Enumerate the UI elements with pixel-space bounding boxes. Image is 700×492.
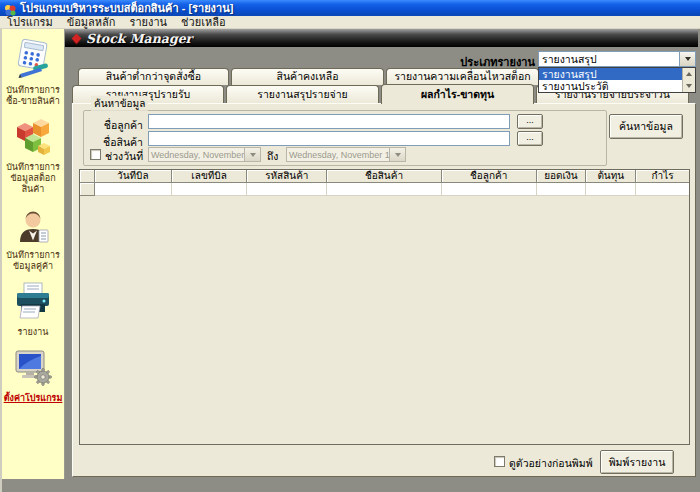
sidebar-label: ซื้อ-ขายสินค้า <box>6 96 60 106</box>
product-browse-button[interactable]: ... <box>517 131 543 146</box>
column-header-bill-date[interactable]: วันที่บิล <box>95 170 172 183</box>
tab-expense-summary[interactable]: รายงานสรุปรายจ่าย <box>226 85 379 103</box>
print-preview-label: ดูตัวอย่างก่อนพิมพ์ <box>509 455 599 472</box>
profit-loss-tab-panel: ค้นหาข้อมูล ชื่อลูกค้า ... ชื่อสินค้า ..… <box>72 103 696 477</box>
report-type-dropdown-list: รายงานสรุป รายงานประวัติ <box>538 67 696 93</box>
sidebar-item-stock-data[interactable]: บันทึกรายการ ข้อมูลสต็อกสินค้า <box>2 116 64 195</box>
person-icon <box>13 204 53 248</box>
search-group-title: ค้นหาข้อมูล <box>91 96 148 111</box>
date-from-value: Wednesday, November 10, 2 <box>149 150 244 160</box>
dropdown-option-history[interactable]: รายงานประวัติ <box>539 80 682 92</box>
brand-title: Stock Manager <box>86 31 192 46</box>
date-from-picker[interactable]: Wednesday, November 10, 2 <box>148 147 261 162</box>
sidebar-label: บันทึกรายการ <box>6 250 60 260</box>
combo-dropdown-button[interactable] <box>244 148 260 161</box>
product-name-input[interactable] <box>148 131 510 146</box>
column-header-cost[interactable]: ต้นทุน <box>586 170 636 183</box>
date-range-label: ช่วงวันที่ <box>105 148 149 165</box>
title-bar: โปรแกรมบริหารระบบสต็อกสินค้า - [รายงาน] <box>0 0 700 16</box>
date-range-checkbox[interactable] <box>90 149 101 160</box>
menu-report[interactable]: รายงาน <box>123 16 175 29</box>
sidebar: บันทึกรายการ ซื้อ-ขายสินค้า บันทึกรายการ… <box>2 29 65 479</box>
grid-empty-row[interactable] <box>80 183 689 196</box>
column-header-bill-no[interactable]: เลขที่บิล <box>172 170 248 183</box>
menu-master-data[interactable]: ข้อมูลหลัก <box>60 16 123 29</box>
sidebar-item-report[interactable]: รายงาน <box>13 281 53 338</box>
chevron-down-icon <box>395 153 401 160</box>
customer-name-input[interactable] <box>148 114 510 129</box>
customer-browse-button[interactable]: ... <box>517 114 543 129</box>
date-to-value: Wednesday, November 10, 2 <box>287 150 389 160</box>
results-grid: วันที่บิล เลขที่บิล รหัสสินค้า ชื่อสินค้… <box>79 169 690 445</box>
combo-dropdown-button[interactable] <box>389 148 405 161</box>
sidebar-label-active: ตั้งค่าโปรแกรม <box>4 393 63 403</box>
sidebar-label: บันทึกรายการ <box>6 162 60 172</box>
date-to-label: ถึง <box>267 148 283 165</box>
sidebar-item-settings[interactable]: ตั้งค่าโปรแกรม <box>4 347 63 404</box>
chevron-down-icon <box>685 57 691 64</box>
search-button[interactable]: ค้นหาข้อมูล <box>609 114 683 139</box>
calculator-receipt-icon <box>13 39 53 83</box>
app-window: โปรแกรมบริหารระบบสต็อกสินค้า - [รายงาน] … <box>0 0 700 492</box>
main-area: Stock Manager ประเภทรายงาน รายงานสรุป สิ… <box>65 29 698 492</box>
sidebar-item-partner-data[interactable]: บันทึกรายการ ข้อมูลคู่ค้า <box>6 204 60 272</box>
column-header-amount[interactable]: ยอดเงิน <box>537 170 587 183</box>
sidebar-label: ข้อมูลคู่ค้า <box>13 261 53 271</box>
brand-diamond-icon <box>72 33 82 43</box>
sidebar-label: ข้อมูลสต็อกสินค้า <box>10 173 55 194</box>
column-header-product-name[interactable]: ชื่อสินค้า <box>327 170 442 183</box>
column-header-product-code[interactable]: รหัสสินค้า <box>247 170 327 183</box>
sidebar-item-buy-sell[interactable]: บันทึกรายการ ซื้อ-ขายสินค้า <box>6 39 60 107</box>
grid-body <box>80 196 689 444</box>
report-type-combobox[interactable]: รายงานสรุป <box>538 51 696 67</box>
window-title: โปรแกรมบริหารระบบสต็อกสินค้า - [รายงาน] <box>20 0 233 17</box>
menu-program[interactable]: โปรแกรม <box>0 16 60 29</box>
combo-dropdown-button[interactable] <box>679 52 695 66</box>
print-preview-checkbox[interactable] <box>494 456 505 467</box>
tab-profit-loss[interactable]: ผลกำไร-ขาดทุน <box>381 84 534 104</box>
computer-gear-icon <box>13 347 53 391</box>
date-to-picker[interactable]: Wednesday, November 10, 2 <box>286 147 406 162</box>
scroll-down-icon <box>686 84 692 91</box>
dropdown-scrollbar[interactable] <box>682 68 695 92</box>
grid-header-row: วันที่บิล เลขที่บิล รหัสสินค้า ชื่อสินค้… <box>80 170 689 183</box>
tab-low-stock[interactable]: สินค้าต่ำกว่าจุดสั่งซื้อ <box>78 68 229 85</box>
sidebar-label: รายงาน <box>18 327 49 337</box>
colored-boxes-icon <box>13 116 53 160</box>
tab-stock-remaining[interactable]: สินค้าคงเหลือ <box>231 68 384 85</box>
printer-icon <box>13 281 53 325</box>
menu-help[interactable]: ช่วยเหลือ <box>174 16 232 29</box>
print-report-button[interactable]: พิมพ์รายงาน <box>600 450 674 474</box>
report-type-value: รายงานสรุป <box>539 51 679 68</box>
grid-corner-cell <box>80 170 95 183</box>
column-header-customer-name[interactable]: ชื่อลูกค้า <box>442 170 537 183</box>
chevron-down-icon <box>250 153 256 160</box>
app-icon <box>4 2 16 14</box>
dropdown-option-summary[interactable]: รายงานสรุป <box>539 68 682 80</box>
customer-name-label: ชื่อลูกค้า <box>87 117 143 134</box>
sidebar-label: บันทึกรายการ <box>6 85 60 95</box>
menu-bar: โปรแกรม ข้อมูลหลัก รายงาน ช่วยเหลือ <box>0 16 700 29</box>
tab-stock-movement[interactable]: รายงานความเคลื่อนไหวสต็อก <box>386 68 539 85</box>
brand-bar: Stock Manager <box>65 29 698 47</box>
scroll-up-icon <box>686 69 692 76</box>
column-header-profit[interactable]: กำไร <box>636 170 689 183</box>
